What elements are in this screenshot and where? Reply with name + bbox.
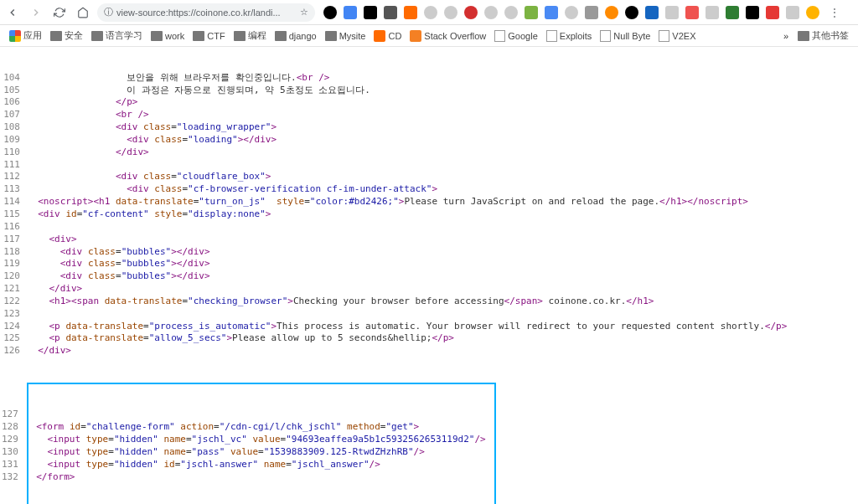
- source-line[interactable]: 110 </div>: [0, 147, 858, 159]
- line-code[interactable]: </div>: [27, 147, 858, 159]
- bookmark-item[interactable]: Mysite: [323, 28, 369, 44]
- line-code[interactable]: </p>: [27, 96, 858, 109]
- source-line[interactable]: 114 <noscript><h1 data-translate="turn_o…: [0, 196, 858, 208]
- bookmarks-overflow[interactable]: »: [780, 31, 792, 41]
- line-code[interactable]: <div id="cf-content" style="display:none…: [27, 208, 858, 221]
- extension-icon[interactable]: [625, 6, 638, 19]
- extension-icon[interactable]: [323, 6, 337, 19]
- bookmark-item[interactable]: CD: [371, 28, 404, 44]
- line-code[interactable]: <br />: [27, 109, 858, 121]
- back-button[interactable]: [3, 3, 22, 22]
- line-code[interactable]: [27, 221, 858, 234]
- bookmark-item[interactable]: 编程: [231, 28, 269, 44]
- extension-icon[interactable]: [786, 6, 799, 19]
- source-line[interactable]: 112 <div class="cloudflare_box">: [0, 171, 858, 183]
- source-line[interactable]: 115 <div id="cf-content" style="display:…: [0, 208, 858, 221]
- line-code[interactable]: <noscript><h1 data-translate="turn_on_js…: [27, 196, 858, 208]
- extension-icon[interactable]: [645, 6, 659, 19]
- extension-icon[interactable]: [766, 6, 779, 19]
- source-line[interactable]: 122 <h1><span data-translate="checking_b…: [0, 296, 858, 308]
- address-bar[interactable]: ⓘ view-source:https://coinone.co.kr/land…: [97, 3, 315, 22]
- source-line[interactable]: 128 <form id="challenge-form" action="/c…: [28, 421, 494, 434]
- extension-icon[interactable]: [364, 6, 377, 19]
- extension-icon[interactable]: [665, 6, 679, 19]
- apps-button[interactable]: 应用: [7, 28, 44, 44]
- source-line[interactable]: 126 </div>: [0, 345, 858, 357]
- source-line[interactable]: 111: [0, 159, 858, 172]
- source-line[interactable]: 117 <div>: [0, 234, 858, 246]
- source-line[interactable]: 109 <div class="loading"></div>: [0, 134, 858, 147]
- extension-icon[interactable]: [525, 6, 538, 19]
- line-code[interactable]: 이 과정은 자동으로 진행되며, 약 5초정도 소요됩니다.: [27, 85, 858, 97]
- line-code[interactable]: [27, 308, 858, 321]
- extension-icon[interactable]: [605, 6, 618, 19]
- line-code[interactable]: <div class="loading"></div>: [27, 134, 858, 147]
- line-code[interactable]: </div>: [27, 283, 858, 296]
- source-line[interactable]: 132 </form>: [28, 471, 494, 484]
- extension-icon[interactable]: [746, 6, 759, 19]
- source-line[interactable]: 127: [28, 409, 494, 421]
- source-line[interactable]: 121 </div>: [0, 283, 858, 296]
- extension-icon[interactable]: [444, 6, 457, 19]
- bookmark-item[interactable]: CTF: [190, 28, 227, 44]
- bookmark-item[interactable]: Exploits: [544, 28, 595, 44]
- source-view[interactable]: 104 보안을 위해 브라우저를 확인중입니다.<br />105 이 과정은 …: [0, 47, 858, 504]
- reload-button[interactable]: [50, 3, 69, 22]
- source-line[interactable]: 116: [0, 221, 858, 234]
- line-code[interactable]: <div class="cloudflare_box">: [27, 171, 858, 183]
- extension-icon[interactable]: [585, 6, 598, 19]
- source-line[interactable]: 108 <div class="loading_wrapper">: [0, 121, 858, 134]
- line-code[interactable]: <h1><span data-translate="checking_brows…: [27, 296, 858, 308]
- extension-icon[interactable]: [484, 6, 498, 19]
- extension-icon[interactable]: [545, 6, 558, 19]
- line-code[interactable]: <input type="hidden" name="pass" value="…: [25, 446, 494, 459]
- source-line[interactable]: 105 이 과정은 자동으로 진행되며, 약 5초정도 소요됩니다.: [0, 85, 858, 97]
- source-line[interactable]: 125 <p data-translate="allow_5_secs">Ple…: [0, 332, 858, 345]
- extension-icon[interactable]: [726, 6, 739, 19]
- home-button[interactable]: [74, 3, 92, 22]
- line-code[interactable]: <div class="bubbles"></div>: [27, 246, 858, 259]
- bookmark-item[interactable]: Null Byte: [597, 28, 653, 44]
- bookmark-item[interactable]: 安全: [48, 28, 85, 44]
- line-code[interactable]: [25, 409, 494, 421]
- line-code[interactable]: <input type="hidden" id="jschl-answer" n…: [25, 459, 494, 471]
- extension-icon[interactable]: [344, 6, 357, 19]
- extension-icon[interactable]: [706, 6, 719, 19]
- line-code[interactable]: <div>: [27, 234, 858, 246]
- line-code[interactable]: <div class="cf-browser-verification cf-i…: [27, 183, 858, 196]
- source-line[interactable]: 123: [0, 308, 858, 321]
- extension-icon[interactable]: [404, 6, 417, 19]
- line-code[interactable]: <input type="hidden" name="jschl_vc" val…: [25, 434, 494, 446]
- extension-icon[interactable]: [806, 6, 819, 19]
- source-line[interactable]: 120 <div class="bubbles"></div>: [0, 270, 858, 283]
- source-line[interactable]: 106 </p>: [0, 96, 858, 109]
- extension-icon[interactable]: [424, 6, 437, 19]
- extension-icon[interactable]: [685, 6, 699, 19]
- line-code[interactable]: </div>: [27, 345, 858, 357]
- line-code[interactable]: [27, 159, 858, 172]
- extension-icon[interactable]: [504, 6, 518, 19]
- source-line[interactable]: 124 <p data-translate="process_is_automa…: [0, 321, 858, 333]
- source-line[interactable]: 130 <input type="hidden" name="pass" val…: [28, 446, 494, 459]
- bookmark-item[interactable]: Stack Overflow: [407, 28, 488, 44]
- line-code[interactable]: 보안을 위해 브라우저를 확인중입니다.<br />: [27, 72, 858, 85]
- line-code[interactable]: <form id="challenge-form" action="/cdn-c…: [25, 421, 494, 434]
- source-line[interactable]: 131 <input type="hidden" id="jschl-answe…: [28, 459, 494, 471]
- bookmark-item[interactable]: Google: [492, 28, 540, 44]
- other-bookmarks[interactable]: 其他书签: [795, 28, 851, 44]
- extension-icon[interactable]: [464, 6, 478, 19]
- extension-icon[interactable]: [384, 6, 397, 19]
- bookmark-item[interactable]: 语言学习: [89, 28, 145, 44]
- bookmark-item[interactable]: work: [148, 28, 187, 44]
- menu-button[interactable]: ⋮: [824, 7, 845, 18]
- source-line[interactable]: 113 <div class="cf-browser-verification …: [0, 183, 858, 196]
- line-code[interactable]: <div class="loading_wrapper">: [27, 121, 858, 134]
- line-code[interactable]: <p data-translate="allow_5_secs">Please …: [27, 332, 858, 345]
- source-line[interactable]: 107 <br />: [0, 109, 858, 121]
- forward-button[interactable]: [27, 3, 45, 22]
- bookmark-item[interactable]: V2EX: [656, 28, 698, 44]
- source-line[interactable]: 119 <div class="bubbles"></div>: [0, 258, 858, 270]
- line-code[interactable]: <p data-translate="process_is_automatic"…: [27, 321, 858, 333]
- source-line[interactable]: 118 <div class="bubbles"></div>: [0, 246, 858, 259]
- source-line[interactable]: 129 <input type="hidden" name="jschl_vc"…: [28, 434, 494, 446]
